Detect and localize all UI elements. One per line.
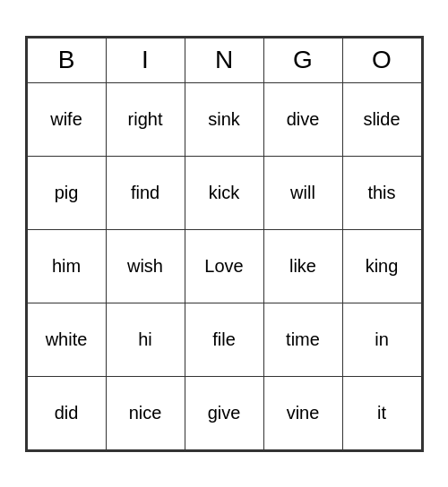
- cell-r0-c4: slide: [342, 82, 421, 156]
- table-row: himwishLovelikeking: [27, 229, 421, 303]
- header-cell-n: N: [185, 38, 263, 82]
- cell-r2-c1: wish: [106, 229, 185, 303]
- cell-r1-c0: pig: [27, 156, 106, 229]
- cell-r4-c4: it: [342, 376, 421, 449]
- cell-r0-c3: dive: [263, 82, 342, 156]
- table-row: pigfindkickwillthis: [27, 156, 421, 229]
- header-row: BINGO: [27, 38, 421, 82]
- cell-r3-c0: white: [27, 303, 106, 376]
- cell-r3-c1: hi: [106, 303, 185, 376]
- cell-r2-c3: like: [263, 229, 342, 303]
- cell-r4-c3: vine: [263, 376, 342, 449]
- cell-r4-c1: nice: [106, 376, 185, 449]
- cell-r0-c2: sink: [185, 82, 263, 156]
- cell-r2-c2: Love: [185, 229, 263, 303]
- cell-r2-c4: king: [342, 229, 421, 303]
- cell-r0-c1: right: [106, 82, 185, 156]
- cell-r3-c2: file: [185, 303, 263, 376]
- cell-r1-c2: kick: [185, 156, 263, 229]
- table-row: whitehifiletimein: [27, 303, 421, 376]
- cell-r1-c4: this: [342, 156, 421, 229]
- cell-r0-c0: wife: [27, 82, 106, 156]
- table-row: didnicegivevineit: [27, 376, 421, 449]
- header-cell-i: I: [106, 38, 185, 82]
- cell-r4-c0: did: [27, 376, 106, 449]
- cell-r3-c4: in: [342, 303, 421, 376]
- cell-r3-c3: time: [263, 303, 342, 376]
- cell-r1-c1: find: [106, 156, 185, 229]
- table-row: wiferightsinkdiveslide: [27, 82, 421, 156]
- cell-r1-c3: will: [263, 156, 342, 229]
- header-cell-g: G: [263, 38, 342, 82]
- cell-r2-c0: him: [27, 229, 106, 303]
- header-cell-o: O: [342, 38, 421, 82]
- bingo-card: BINGO wiferightsinkdiveslidepigfindkickw…: [25, 36, 424, 452]
- cell-r4-c2: give: [185, 376, 263, 449]
- header-cell-b: B: [27, 38, 106, 82]
